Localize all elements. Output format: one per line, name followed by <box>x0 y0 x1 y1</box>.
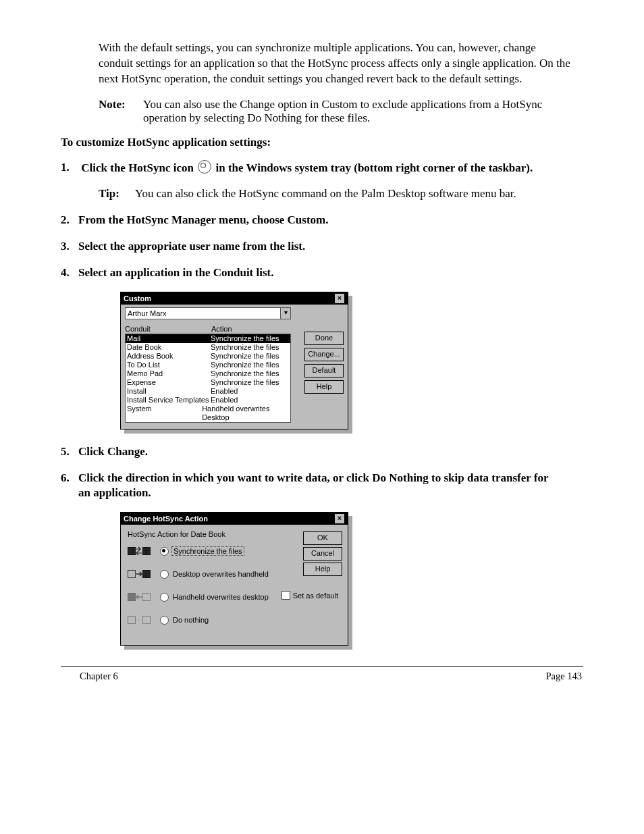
step-1-text: Click the HotSync icon <box>81 161 194 174</box>
list-item[interactable]: InstallEnabled <box>126 387 290 396</box>
radio-do-nothing[interactable]: Do nothing <box>128 614 344 626</box>
cancel-button[interactable]: Cancel <box>303 547 342 561</box>
set-default-checkbox[interactable]: Set as default <box>281 591 338 600</box>
default-button[interactable]: Default <box>304 364 344 377</box>
tip-label: Tip: <box>99 187 135 201</box>
column-action: Action <box>211 325 232 333</box>
footer-page: Page 143 <box>545 671 582 682</box>
intro-paragraph: With the default settings, you can synch… <box>99 41 571 87</box>
change-hotsync-dialog: Change HotSync Action × HotSync Action f… <box>120 512 348 646</box>
sync-both-icon <box>128 545 155 556</box>
step-3-text: Select the appropriate user name from th… <box>78 239 551 255</box>
custom-dialog: Custom × Arthur Marx ▾ Conduit Action Ma… <box>120 292 348 429</box>
user-select[interactable]: Arthur Marx ▾ <box>125 307 291 319</box>
step-1-number: 1. <box>61 160 78 176</box>
list-item[interactable]: ExpenseSynchronize the files <box>126 378 290 387</box>
step-6-text: Click the direction in which you want to… <box>78 471 551 502</box>
chevron-down-icon[interactable]: ▾ <box>280 308 290 319</box>
list-item[interactable]: MailSynchronize the files <box>126 334 290 343</box>
checkbox-icon[interactable] <box>281 591 290 600</box>
hotsync-icon <box>198 160 211 174</box>
list-item[interactable]: Install Service TemplatesEnabled <box>126 396 290 405</box>
change-dialog-title: Change HotSync Action <box>124 513 208 525</box>
step-4-text: Select an application in the Conduit lis… <box>78 265 551 281</box>
step-5-text: Click Change. <box>78 444 551 460</box>
desktop-overwrites-icon <box>128 568 155 579</box>
procedure-heading: To customize HotSync application setting… <box>61 136 583 149</box>
conduit-list[interactable]: MailSynchronize the files Date BookSynch… <box>125 334 291 423</box>
list-item[interactable]: Date BookSynchronize the files <box>126 343 290 352</box>
footer-chapter: Chapter 6 <box>80 671 118 682</box>
list-item[interactable]: Address BookSynchronize the files <box>126 352 290 361</box>
done-button[interactable]: Done <box>304 332 344 345</box>
note-text: You can also use the Change option in Cu… <box>143 98 583 125</box>
note-label: Note: <box>99 98 143 125</box>
custom-dialog-title: Custom <box>124 292 151 305</box>
column-conduit: Conduit <box>125 325 211 333</box>
handheld-overwrites-icon <box>128 591 155 602</box>
change-button[interactable]: Change... <box>304 348 344 361</box>
close-icon[interactable]: × <box>334 513 345 524</box>
ok-button[interactable]: OK <box>303 531 342 545</box>
close-icon[interactable]: × <box>334 293 345 304</box>
step-1-post: in the Windows system tray (bottom right… <box>215 161 533 174</box>
list-item[interactable]: Memo PadSynchronize the files <box>126 369 290 378</box>
do-nothing-icon <box>128 614 155 625</box>
help-button[interactable]: Help <box>303 563 342 576</box>
list-item[interactable]: SystemHandheld overwrites Desktop <box>126 405 290 422</box>
help-button[interactable]: Help <box>304 380 344 394</box>
tip-text: You can also click the HotSync command o… <box>135 187 516 201</box>
list-item[interactable]: To Do ListSynchronize the files <box>126 361 290 369</box>
step-2-text: From the HotSync Manager menu, choose Cu… <box>78 213 551 228</box>
